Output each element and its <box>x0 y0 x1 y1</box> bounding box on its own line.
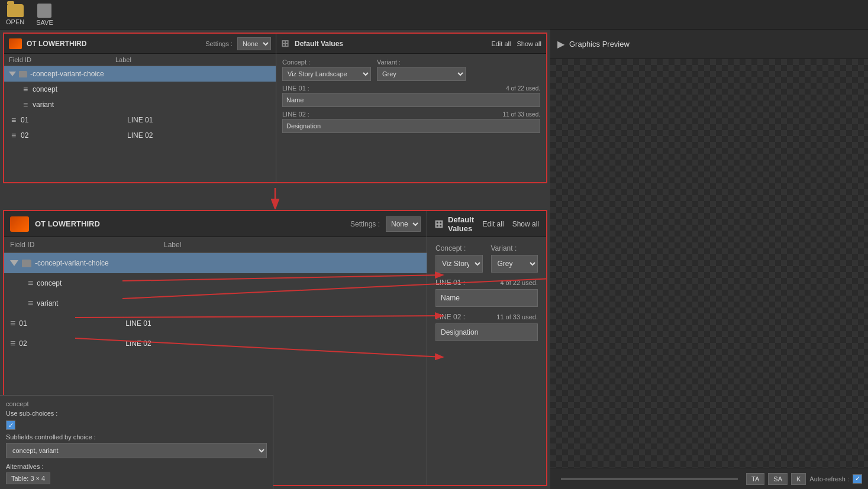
top-field-rows: -concept-variant-choice concept variant <box>4 66 276 182</box>
big-label-header: Label <box>164 241 421 249</box>
top-settings-label: Settings : <box>205 40 233 47</box>
big-row-02[interactable]: 02 LINE 02 <box>4 333 427 354</box>
top-variant-select[interactable]: Grey <box>377 67 466 81</box>
top-edit-all-link[interactable]: Edit all <box>491 40 511 47</box>
top-panel-header: OT LOWERTHIRD Settings : None <box>4 34 276 54</box>
big-dv-title: ⊞ Default Values <box>434 215 483 233</box>
top-dv-header: ⊞ Default Values Edit all Show all <box>276 34 546 54</box>
big-concept-select[interactable]: Viz Story Landscape <box>435 255 483 273</box>
top-preview-right-panel: ⊞ Default Values Edit all Show all Conce… <box>276 34 546 182</box>
big-row-id-0: -concept-variant-choice <box>35 259 109 267</box>
big-variant-label: Variant : <box>491 244 538 252</box>
big-variant-select[interactable]: Grey <box>491 255 538 273</box>
auto-refresh-checkbox[interactable] <box>853 474 862 484</box>
big-row-concept-variant[interactable]: -concept-variant-choice <box>4 253 427 273</box>
top-line02-used: 11 of 33 used. <box>503 111 540 118</box>
list-icon-02 <box>9 131 18 140</box>
top-line02-header: LINE 02 : 11 of 33 used. <box>282 111 540 118</box>
top-line01-used: 4 of 22 used. <box>506 85 540 92</box>
top-concept-select[interactable]: Viz Story Landscape <box>282 67 371 81</box>
big-row-label-3: LINE 01 <box>125 319 151 328</box>
big-line02-field: LINE 02 : 11 of 33 used. <box>435 313 538 341</box>
big-line02-input[interactable] <box>435 323 538 341</box>
big-flame-icon <box>10 216 29 232</box>
save-button[interactable]: SAVE <box>36 4 53 26</box>
big-settings-label: Settings : <box>350 220 380 228</box>
top-preview-left-panel: OT LOWERTHIRD Settings : None Field ID L… <box>4 34 276 182</box>
sub-choices-checkbox[interactable] <box>6 420 15 430</box>
top-dv-variant-field: Variant : Grey <box>377 59 466 81</box>
top-panel-title: OT LOWERTHIRD <box>27 40 201 48</box>
big-row-01[interactable]: 01 LINE 01 <box>4 313 427 333</box>
top-row-id-3: 01 <box>21 116 127 124</box>
big-grid-icon: ⊞ <box>434 218 443 231</box>
top-concept-label: Concept : <box>282 59 371 66</box>
big-row-variant[interactable]: variant <box>4 293 427 313</box>
top-field-row-concept-variant[interactable]: -concept-variant-choice <box>4 66 276 82</box>
top-settings-select[interactable]: None <box>237 37 271 50</box>
big-field-id-header: Field ID <box>10 241 164 249</box>
big-row-id-2: variant <box>37 299 58 307</box>
list-icon-concept <box>21 85 30 93</box>
big-line02-used: 11 of 33 used. <box>496 313 538 320</box>
k-button[interactable]: K <box>791 473 806 485</box>
open-button[interactable]: OPEN <box>6 4 24 25</box>
subfields-label: Subfields controlled by choice : <box>6 433 267 441</box>
label-col-header: Label <box>115 56 271 63</box>
list-icon-variant <box>21 101 30 109</box>
monitor-icon: ▶ <box>557 38 564 50</box>
big-field-header: Field ID Label <box>4 237 427 253</box>
concept-label-bottom: concept <box>6 400 267 407</box>
top-dv-body: Concept : Viz Story Landscape Variant : … <box>276 54 546 138</box>
big-line02-header: LINE 02 : 11 of 33 used. <box>435 313 538 321</box>
big-edit-all-link[interactable]: Edit all <box>483 220 504 228</box>
save-icon <box>37 4 51 18</box>
big-line01-field: LINE 01 : 4 of 22 used. <box>435 278 538 307</box>
big-concept-field: Concept : Viz Story Landscape <box>435 244 483 273</box>
big-list-icon-concept <box>28 278 33 289</box>
auto-refresh-label: Auto-refresh : <box>809 475 849 482</box>
top-preview: OT LOWERTHIRD Settings : None Field ID L… <box>3 33 547 183</box>
big-row-id-1: concept <box>37 279 62 287</box>
folder-icon-sm-row <box>18 70 28 78</box>
top-row-id-2: variant <box>33 101 54 109</box>
sa-button[interactable]: SA <box>768 473 788 485</box>
gfx-preview-area <box>550 59 868 468</box>
top-field-row-02[interactable]: 02 LINE 02 <box>4 128 276 143</box>
big-show-all-link[interactable]: Show all <box>512 220 539 228</box>
top-field-row-01[interactable]: 01 LINE 01 <box>4 112 276 128</box>
big-line02-label: LINE 02 : <box>435 313 465 321</box>
top-line01-header: LINE 01 : 4 of 22 used. <box>282 85 540 92</box>
use-sub-choices-label: Use sub-choices : <box>6 410 57 417</box>
big-row-concept[interactable]: concept <box>4 273 427 293</box>
top-row-id-4: 02 <box>21 131 127 140</box>
flame-icon-small <box>9 38 22 49</box>
top-dv-actions: Edit all Show all <box>491 40 541 47</box>
big-right-panel: ⊞ Default Values Edit all Show all Conce… <box>427 211 546 485</box>
big-line01-header: LINE 01 : 4 of 22 used. <box>435 278 538 287</box>
big-folder-icon <box>22 260 31 267</box>
big-list-icon-01 <box>10 318 15 329</box>
top-line02-label: LINE 02 : <box>282 111 309 118</box>
ta-button[interactable]: TA <box>746 473 764 485</box>
top-field-row-variant[interactable]: variant <box>4 97 276 112</box>
gfx-slider[interactable] <box>561 478 738 480</box>
checkbox-row <box>6 420 267 430</box>
big-row-label-4: LINE 02 <box>125 339 151 348</box>
list-icon-01 <box>9 116 18 124</box>
top-show-all-link[interactable]: Show all <box>517 40 541 47</box>
big-concept-label: Concept : <box>435 244 483 252</box>
use-sub-choices-row: Use sub-choices : <box>6 410 267 417</box>
big-settings-select[interactable]: None <box>386 216 421 232</box>
gfx-footer: TA SA K Auto-refresh : <box>550 468 868 489</box>
subfields-select[interactable]: concept, variant <box>6 443 267 458</box>
triangle-icon <box>9 72 16 76</box>
bottom-left-panel: concept Use sub-choices : Subfields cont… <box>0 395 273 489</box>
top-line02-input[interactable] <box>282 119 540 133</box>
toolbar: OPEN SAVE <box>0 0 868 30</box>
top-line01-input[interactable] <box>282 93 540 107</box>
big-line01-used: 4 of 22 used. <box>500 279 538 286</box>
top-field-row-concept[interactable]: concept <box>4 82 276 97</box>
alternatives-button[interactable]: Table: 3 × 4 <box>6 472 50 484</box>
big-line01-input[interactable] <box>435 289 538 307</box>
